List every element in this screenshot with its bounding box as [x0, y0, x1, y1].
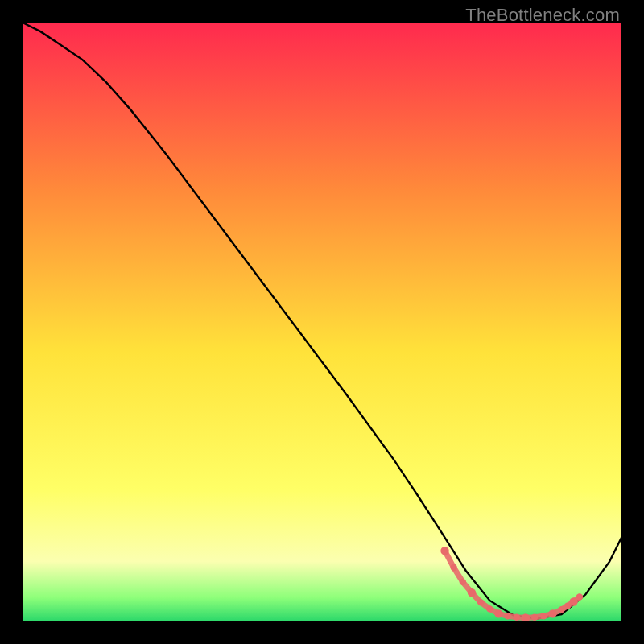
marker-dot — [486, 605, 493, 612]
marker-dot — [558, 606, 564, 613]
marker-dot — [569, 597, 577, 605]
marker-dot — [477, 599, 484, 605]
marker-dot — [548, 609, 556, 617]
marker-dot — [576, 593, 583, 600]
marker-dot — [460, 579, 466, 585]
gradient-background — [23, 23, 621, 621]
marker-dot — [514, 614, 520, 621]
watermark-text: TheBottleneck.com — [465, 5, 620, 26]
marker-dot — [450, 564, 456, 571]
marker-dot — [540, 613, 547, 619]
marker-dot — [494, 609, 502, 617]
chart-frame — [23, 23, 621, 621]
marker-dot — [531, 614, 538, 621]
marker-dot — [504, 613, 510, 619]
bottleneck-chart — [23, 23, 621, 621]
marker-dot — [440, 547, 448, 555]
marker-dot — [468, 588, 476, 597]
